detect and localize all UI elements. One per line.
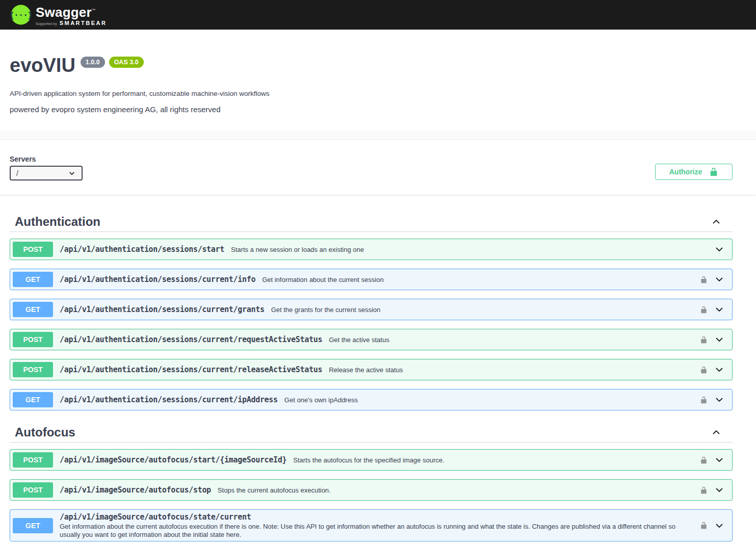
expand-chevron-icon[interactable] bbox=[714, 304, 724, 315]
opblock-post-request-active-status: POST /api/v1/authentication/sessions/cur… bbox=[10, 329, 733, 350]
section-header-autofocus[interactable]: Autofocus bbox=[10, 422, 733, 443]
version-badge: 1.0.0 bbox=[81, 57, 105, 68]
supported-by-label: Supported by bbox=[36, 22, 57, 25]
auth-lock-icon[interactable] bbox=[700, 456, 708, 464]
endpoint-path: /api/v1/authentication/sessions/start bbox=[60, 245, 224, 254]
opblock-summary[interactable]: POST /api/v1/authentication/sessions/sta… bbox=[10, 239, 732, 260]
endpoint-path: /api/v1/imageSource/autofocus/stop bbox=[60, 485, 211, 495]
endpoint-path: /api/v1/authentication/sessions/current/… bbox=[60, 365, 322, 374]
endpoint-path: /api/v1/authentication/sessions/current/… bbox=[60, 275, 255, 284]
opblock-post-release-active-status: POST /api/v1/authentication/sessions/cur… bbox=[10, 359, 733, 380]
expand-chevron-icon[interactable] bbox=[714, 485, 724, 495]
opblock-summary[interactable]: GET /api/v1/authentication/sessions/curr… bbox=[10, 269, 732, 290]
opblock-post-autofocus-stop: POST /api/v1/imageSource/autofocus/stop … bbox=[10, 479, 733, 501]
endpoint-description: Release the active status bbox=[329, 366, 694, 374]
opblock-post-autofocus-start: POST /api/v1/imageSource/autofocus/start… bbox=[10, 449, 733, 471]
auth-lock-icon[interactable] bbox=[700, 336, 708, 344]
endpoint-description: Get information about the current sessio… bbox=[262, 276, 694, 283]
opblock-summary[interactable]: POST /api/v1/authentication/sessions/cur… bbox=[10, 329, 732, 350]
info-section: evoVIU 1.0.0 OAS 3.0 API-driven applicat… bbox=[0, 30, 756, 131]
servers-select-value: / bbox=[16, 169, 18, 177]
opblock-summary[interactable]: GET /api/v1/authentication/sessions/curr… bbox=[10, 390, 732, 410]
expand-chevron-icon[interactable] bbox=[714, 521, 724, 531]
opblock-summary[interactable]: GET /api/v1/authentication/sessions/curr… bbox=[10, 299, 732, 320]
expand-chevron-icon[interactable] bbox=[714, 274, 724, 285]
scheme-container: Servers / Authorize bbox=[0, 140, 756, 195]
method-badge: POST bbox=[13, 482, 53, 498]
api-description: API-driven application system for perfor… bbox=[10, 90, 733, 97]
opblock-get-current-info: GET /api/v1/authentication/sessions/curr… bbox=[10, 269, 733, 290]
endpoint-description: Starts a new session or loads an existin… bbox=[231, 246, 708, 253]
opblock-summary[interactable]: POST /api/v1/authentication/sessions/cur… bbox=[10, 359, 732, 380]
auth-lock-icon[interactable] bbox=[700, 522, 708, 529]
opblock-get-autofocus-state: GET /api/v1/imageSource/autofocus/state/… bbox=[10, 509, 733, 541]
method-badge: POST bbox=[13, 332, 53, 347]
opblock-get-ip-address: GET /api/v1/authentication/sessions/curr… bbox=[10, 389, 733, 410]
auth-lock-icon[interactable] bbox=[700, 396, 708, 404]
smartbear-wordmark: SMARTBEAR bbox=[60, 20, 107, 26]
method-badge: GET bbox=[13, 392, 53, 407]
section-title: Authentication bbox=[15, 215, 100, 229]
endpoint-description: Get information about the current autofo… bbox=[60, 523, 676, 538]
auth-lock-icon[interactable] bbox=[700, 486, 708, 494]
trademark: ™ bbox=[92, 8, 96, 13]
servers-block: Servers / bbox=[10, 155, 83, 180]
endpoint-description: Starts the autofocus for the specified i… bbox=[293, 456, 694, 464]
method-badge: POST bbox=[13, 452, 53, 468]
method-badge: POST bbox=[13, 362, 53, 377]
endpoint-path: /api/v1/imageSource/autofocus/state/curr… bbox=[60, 512, 694, 522]
expand-chevron-icon[interactable] bbox=[714, 365, 724, 375]
oas-badge: OAS 3.0 bbox=[109, 57, 144, 68]
auth-lock-icon[interactable] bbox=[700, 306, 708, 314]
opblock-summary[interactable]: POST /api/v1/imageSource/autofocus/stop … bbox=[10, 480, 732, 500]
opblock-summary[interactable]: POST /api/v1/imageSource/autofocus/start… bbox=[10, 450, 732, 470]
api-copyright: powered by evopro system engineering AG,… bbox=[10, 105, 733, 114]
swagger-logo[interactable]: {···} Swagger™ Supported by SMARTBEAR bbox=[11, 4, 107, 26]
chevron-down-icon bbox=[68, 170, 75, 177]
section-title: Autofocus bbox=[15, 425, 75, 439]
expand-chevron-icon[interactable] bbox=[714, 334, 724, 345]
servers-select[interactable]: / bbox=[10, 166, 83, 180]
auth-lock-icon[interactable] bbox=[700, 366, 708, 374]
endpoint-description: Get the grants for the current session bbox=[271, 306, 694, 314]
api-title: evoVIU bbox=[10, 55, 75, 76]
authorize-button[interactable]: Authorize bbox=[655, 164, 733, 180]
method-badge: GET bbox=[13, 518, 53, 533]
expand-chevron-icon[interactable] bbox=[714, 395, 724, 405]
topbar: {···} Swagger™ Supported by SMARTBEAR bbox=[0, 0, 756, 30]
authorize-button-label: Authorize bbox=[669, 168, 702, 176]
chevron-up-icon[interactable] bbox=[711, 427, 721, 437]
method-badge: GET bbox=[13, 302, 53, 317]
unlock-icon bbox=[709, 167, 718, 176]
brand-wordmark: Swagger™ bbox=[36, 4, 107, 19]
endpoint-path: /api/v1/authentication/sessions/current/… bbox=[60, 305, 265, 314]
section-header-authentication[interactable]: Authentication bbox=[10, 212, 733, 232]
expand-chevron-icon[interactable] bbox=[714, 455, 724, 465]
endpoint-path: /api/v1/authentication/sessions/current/… bbox=[60, 335, 322, 344]
chevron-up-icon[interactable] bbox=[711, 217, 721, 227]
endpoint-description: Get the active status bbox=[329, 336, 694, 344]
servers-label: Servers bbox=[10, 155, 83, 163]
method-badge: GET bbox=[13, 272, 53, 287]
endpoint-description: Get one's own ipAddress bbox=[284, 396, 694, 404]
swagger-logo-icon: {···} bbox=[11, 5, 31, 25]
endpoint-path: /api/v1/imageSource/autofocus/start/{ima… bbox=[60, 455, 286, 464]
endpoint-description: Stops the current autofocus execution. bbox=[218, 486, 694, 494]
auth-lock-icon[interactable] bbox=[700, 276, 708, 283]
operations-list: Authentication POST /api/v1/authenticati… bbox=[0, 212, 756, 543]
expand-chevron-icon[interactable] bbox=[714, 244, 724, 254]
opblock-get-current-grants: GET /api/v1/authentication/sessions/curr… bbox=[10, 299, 733, 320]
method-badge: POST bbox=[13, 242, 53, 257]
endpoint-path: /api/v1/authentication/sessions/current/… bbox=[60, 395, 278, 404]
opblock-post-sessions-start: POST /api/v1/authentication/sessions/sta… bbox=[10, 239, 733, 260]
opblock-summary[interactable]: GET /api/v1/imageSource/autofocus/state/… bbox=[10, 510, 732, 541]
svg-text:{···}: {···} bbox=[11, 11, 31, 20]
section-divider bbox=[0, 131, 756, 140]
